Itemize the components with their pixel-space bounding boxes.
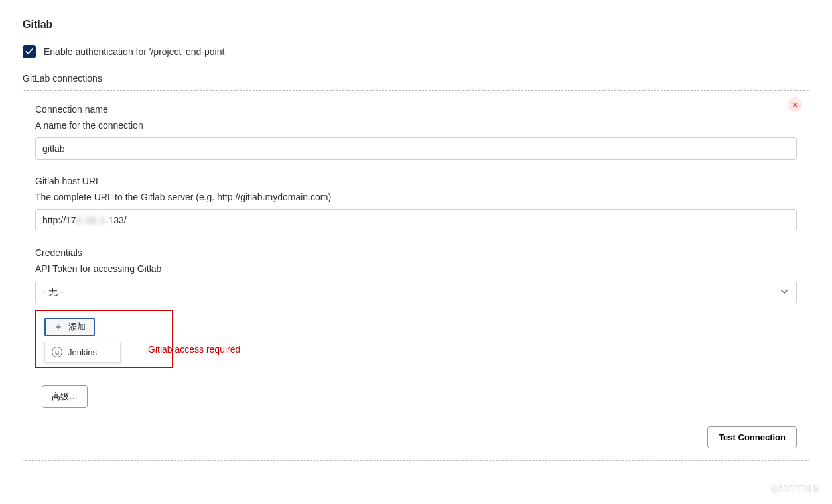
host-url-value-obscured: 2.16.1 — [76, 215, 106, 225]
test-connection-button[interactable]: Test Connection — [707, 426, 797, 448]
connection-name-field: Connection name A name for the connectio… — [35, 104, 797, 160]
credentials-select[interactable]: - 无 - — [35, 281, 797, 304]
credentials-field: Credentials API Token for accessing Gitl… — [35, 247, 797, 304]
host-url-desc: The complete URL to the Gitlab server (e… — [35, 192, 797, 202]
advanced-row: 高级… — [42, 385, 797, 408]
dropdown-item-jenkins[interactable]: ☺ Jenkins — [45, 342, 120, 362]
enable-auth-checkbox[interactable] — [23, 45, 36, 58]
connection-name-desc: A name for the connection — [35, 120, 797, 131]
host-url-field: Gitlab host URL The complete URL to the … — [35, 176, 797, 231]
connection-name-label: Connection name — [35, 104, 797, 115]
add-credentials-highlight: ＋ 添加 ☺ Jenkins — [35, 310, 173, 368]
check-icon — [25, 48, 33, 56]
add-credentials-dropdown: ☺ Jenkins — [44, 342, 121, 363]
add-credentials-row: ＋ 添加 ☺ Jenkins Gitlab access required — [35, 310, 797, 368]
host-url-input[interactable]: http://172.16.1.133/ — [35, 209, 797, 231]
close-icon: ✕ — [792, 101, 799, 109]
enable-auth-label: Enable authentication for '/project' end… — [44, 46, 224, 57]
connection-name-input[interactable] — [35, 137, 797, 160]
credentials-label: Credentials — [35, 247, 797, 258]
connections-label: GitLab connections — [23, 73, 809, 84]
jenkins-icon: ☺ — [52, 347, 62, 357]
dropdown-item-label: Jenkins — [68, 347, 97, 357]
remove-connection-button[interactable]: ✕ — [788, 97, 802, 112]
connection-panel: ✕ Connection name A name for the connect… — [23, 90, 809, 461]
host-url-value-prefix: http://17 — [42, 215, 76, 225]
credentials-desc: API Token for accessing Gitlab — [35, 263, 797, 274]
section-title: Gitlab — [23, 19, 809, 31]
add-credentials-label: 添加 — [68, 321, 86, 333]
host-url-label: Gitlab host URL — [35, 176, 797, 186]
credentials-select-wrap: - 无 - — [35, 281, 797, 304]
credentials-error: Gitlab access required — [148, 344, 240, 355]
advanced-button[interactable]: 高级… — [42, 385, 88, 408]
plus-icon: ＋ — [54, 321, 63, 333]
enable-auth-row: Enable authentication for '/project' end… — [23, 45, 809, 58]
host-url-value-suffix: .133/ — [106, 215, 127, 225]
add-credentials-button[interactable]: ＋ 添加 — [44, 318, 95, 336]
test-connection-row: Test Connection — [35, 426, 797, 448]
